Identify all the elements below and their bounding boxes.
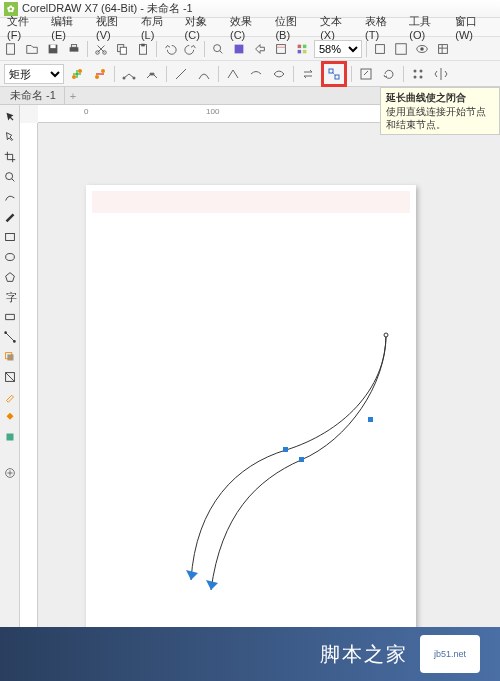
- crop-tool-icon[interactable]: [2, 149, 18, 165]
- expand-toolbox-icon[interactable]: [2, 465, 18, 481]
- vertical-ruler[interactable]: [20, 123, 38, 665]
- svg-marker-54: [206, 580, 218, 590]
- copy-icon[interactable]: [113, 40, 131, 58]
- drawn-curves[interactable]: [86, 185, 416, 665]
- artistic-media-icon[interactable]: [2, 209, 18, 225]
- menu-bar: 文件(F) 编辑(E) 视图(V) 布局(L) 对象(C) 效果(C) 位图(B…: [0, 18, 500, 37]
- svg-point-27: [123, 76, 126, 79]
- svg-rect-51: [283, 447, 288, 452]
- transparency-tool-icon[interactable]: [2, 369, 18, 385]
- connector-tool-icon[interactable]: [2, 329, 18, 345]
- delete-node-icon[interactable]: [90, 64, 110, 84]
- menu-object[interactable]: 对象(C): [180, 13, 225, 42]
- text-tool-icon[interactable]: 字: [2, 289, 18, 305]
- svg-rect-47: [6, 434, 13, 441]
- document-tab[interactable]: 未命名 -1: [2, 87, 65, 104]
- open-icon[interactable]: [23, 40, 41, 58]
- property-toolbar: 矩形: [0, 61, 500, 87]
- separator: [87, 41, 88, 57]
- svg-rect-8: [120, 47, 126, 54]
- menu-window[interactable]: 窗口(W): [450, 13, 498, 42]
- svg-rect-33: [361, 69, 371, 79]
- page[interactable]: [86, 185, 416, 665]
- save-icon[interactable]: [44, 40, 62, 58]
- menu-text[interactable]: 文本(X): [315, 13, 360, 42]
- svg-rect-39: [5, 234, 14, 241]
- svg-point-37: [420, 75, 423, 78]
- smooth-node-icon[interactable]: [246, 64, 266, 84]
- print-icon[interactable]: [65, 40, 83, 58]
- add-tab-button[interactable]: +: [65, 90, 81, 102]
- svg-rect-0: [7, 43, 15, 54]
- polygon-tool-icon[interactable]: [2, 269, 18, 285]
- footer-text: 脚本之家: [320, 641, 408, 668]
- to-curve-icon[interactable]: [194, 64, 214, 84]
- menu-tools[interactable]: 工具(O): [404, 13, 450, 42]
- export-icon[interactable]: [251, 40, 269, 58]
- shape-mode-select[interactable]: 矩形: [4, 64, 64, 84]
- separator: [204, 41, 205, 57]
- add-node-icon[interactable]: [67, 64, 87, 84]
- menu-bitmap[interactable]: 位图(B): [270, 13, 315, 42]
- freehand-tool-icon[interactable]: [2, 189, 18, 205]
- pick-tool-icon[interactable]: [2, 109, 18, 125]
- menu-view[interactable]: 视图(V): [91, 13, 136, 42]
- snap-icon[interactable]: [371, 40, 389, 58]
- zoom-tool-icon[interactable]: [2, 169, 18, 185]
- separator: [293, 66, 294, 82]
- ellipse-tool-icon[interactable]: [2, 249, 18, 265]
- svg-rect-3: [70, 47, 79, 51]
- preview-icon[interactable]: [413, 40, 431, 58]
- publish-icon[interactable]: [272, 40, 290, 58]
- reflect-nodes-icon[interactable]: [431, 64, 451, 84]
- symmetric-node-icon[interactable]: [269, 64, 289, 84]
- menu-layout[interactable]: 布局(L): [136, 13, 180, 42]
- redo-icon[interactable]: [182, 40, 200, 58]
- eyedropper-icon[interactable]: [2, 389, 18, 405]
- reverse-direction-icon[interactable]: [298, 64, 318, 84]
- separator: [351, 66, 352, 82]
- parallel-dim-icon[interactable]: [2, 309, 18, 325]
- svg-rect-50: [299, 457, 304, 462]
- import-icon[interactable]: [230, 40, 248, 58]
- options-icon[interactable]: [434, 40, 452, 58]
- svg-rect-44: [7, 354, 13, 360]
- menu-edit[interactable]: 编辑(E): [46, 13, 91, 42]
- align-nodes-icon[interactable]: [408, 64, 428, 84]
- tooltip-body: 使用直线连接开始节点和结束节点。: [386, 105, 494, 131]
- undo-icon[interactable]: [161, 40, 179, 58]
- svg-point-36: [414, 75, 417, 78]
- new-icon[interactable]: [2, 40, 20, 58]
- to-line-icon[interactable]: [171, 64, 191, 84]
- extend-curve-close-icon[interactable]: [324, 64, 344, 84]
- break-node-icon[interactable]: [142, 64, 162, 84]
- paste-icon[interactable]: [134, 40, 152, 58]
- separator: [366, 41, 367, 57]
- svg-point-42: [4, 331, 7, 334]
- menu-effect[interactable]: 效果(C): [225, 13, 270, 42]
- cut-icon[interactable]: [92, 40, 110, 58]
- zoom-select[interactable]: 58%: [314, 40, 362, 58]
- cusp-node-icon[interactable]: [223, 64, 243, 84]
- rotate-icon[interactable]: [379, 64, 399, 84]
- menu-table[interactable]: 表格(T): [360, 13, 404, 42]
- canvas-background[interactable]: [38, 123, 500, 665]
- separator: [403, 66, 404, 82]
- svg-point-49: [384, 333, 388, 337]
- drop-shadow-icon[interactable]: [2, 349, 18, 365]
- smart-fill-icon[interactable]: [2, 429, 18, 445]
- search-icon[interactable]: [209, 40, 227, 58]
- rectangle-tool-icon[interactable]: [2, 229, 18, 245]
- svg-point-28: [133, 76, 136, 79]
- fullscreen-icon[interactable]: [392, 40, 410, 58]
- app-launcher-icon[interactable]: [293, 40, 311, 58]
- svg-point-23: [72, 75, 76, 79]
- extract-subpath-icon[interactable]: [356, 64, 376, 84]
- svg-rect-14: [298, 44, 302, 48]
- interactive-fill-icon[interactable]: [2, 409, 18, 425]
- svg-rect-13: [277, 44, 286, 53]
- join-nodes-icon[interactable]: [119, 64, 139, 84]
- menu-file[interactable]: 文件(F): [2, 13, 46, 42]
- shape-tool-icon[interactable]: [2, 129, 18, 145]
- separator: [114, 66, 115, 82]
